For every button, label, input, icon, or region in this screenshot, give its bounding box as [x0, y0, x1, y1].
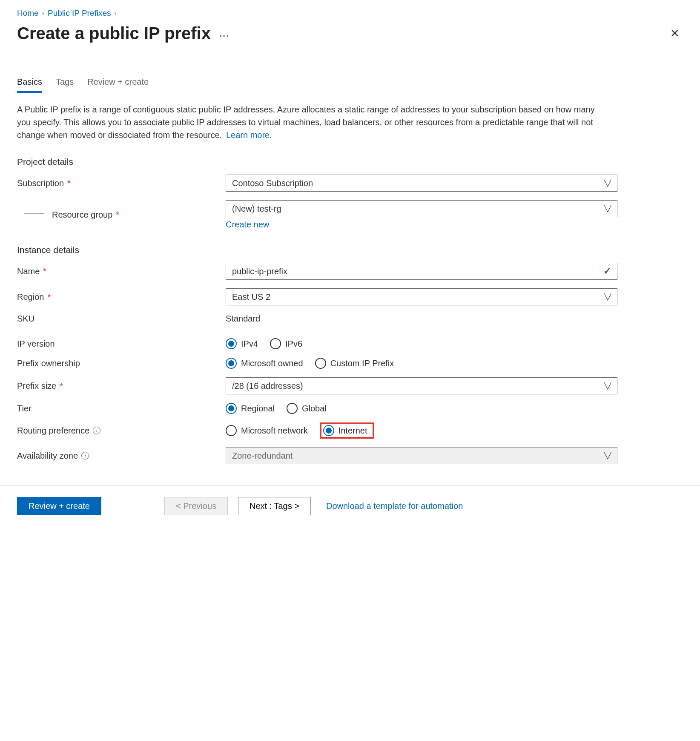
tab-tags[interactable]: Tags — [56, 77, 74, 93]
chevron-down-icon: ╲╱ — [604, 293, 611, 300]
label-routing-preference: Routing preference i — [17, 426, 226, 436]
next-button[interactable]: Next : Tags > — [238, 497, 311, 515]
name-input[interactable]: public-ip-prefix ✓ — [226, 263, 617, 280]
tabs: Basics Tags Review + create — [17, 77, 683, 93]
info-icon[interactable]: i — [93, 427, 100, 434]
radio-microsoft-network-label: Microsoft network — [241, 426, 308, 436]
radio-custom-ip-prefix-label: Custom IP Prefix — [330, 359, 394, 368]
region-value: East US 2 — [232, 292, 270, 302]
radio-microsoft-owned[interactable]: Microsoft owned — [226, 358, 303, 369]
label-availability-zone: Availability zone i — [17, 451, 226, 461]
tab-review-create[interactable]: Review + create — [87, 77, 149, 93]
previous-button[interactable]: < Previous — [164, 497, 228, 515]
radio-microsoft-network[interactable]: Microsoft network — [226, 425, 308, 436]
label-name: Name* — [17, 267, 226, 276]
tab-basics[interactable]: Basics — [17, 77, 42, 93]
label-subscription: Subscription* — [17, 178, 226, 188]
chevron-right-icon: › — [115, 9, 117, 17]
radio-internet[interactable]: Internet — [323, 425, 367, 436]
sku-value: Standard — [226, 314, 260, 323]
section-instance-details: Instance details — [17, 245, 683, 255]
more-actions-icon[interactable]: ··· — [219, 31, 230, 42]
highlight-internet-option: Internet — [320, 422, 374, 439]
label-sku: SKU — [17, 314, 226, 324]
breadcrumb: Home › Public IP Prefixes › — [17, 9, 683, 18]
radio-ipv4[interactable]: IPv4 — [226, 338, 258, 349]
chevron-down-icon: ╲╱ — [604, 382, 611, 389]
radio-internet-label: Internet — [339, 426, 367, 436]
radio-microsoft-owned-label: Microsoft owned — [241, 359, 303, 368]
radio-custom-ip-prefix[interactable]: Custom IP Prefix — [315, 358, 394, 369]
region-select[interactable]: East US 2 ╲╱ — [226, 288, 617, 305]
info-icon[interactable]: i — [81, 452, 89, 460]
close-icon[interactable]: ✕ — [667, 25, 683, 42]
label-prefix-size: Prefix size* — [17, 381, 226, 391]
radio-regional[interactable]: Regional — [226, 403, 275, 414]
radio-ipv4-label: IPv4 — [241, 339, 258, 349]
breadcrumb-home[interactable]: Home — [17, 9, 39, 18]
description-text: A Public IP prefix is a range of contigu… — [17, 103, 605, 141]
radio-regional-label: Regional — [241, 404, 275, 414]
prefix-size-value: /28 (16 addresses) — [232, 381, 303, 391]
create-new-link[interactable]: Create new — [226, 220, 269, 229]
review-create-button[interactable]: Review + create — [17, 497, 101, 515]
label-tier: Tier — [17, 404, 226, 414]
checkmark-icon: ✓ — [603, 266, 611, 277]
label-ip-version: IP version — [17, 339, 226, 349]
chevron-down-icon: ╲╱ — [604, 452, 611, 459]
radio-global[interactable]: Global — [287, 403, 327, 414]
description-body: A Public IP prefix is a range of contigu… — [17, 105, 595, 140]
resource-group-select[interactable]: (New) test-rg ╲╱ — [226, 200, 617, 217]
availability-zone-value: Zone-redundant — [232, 451, 293, 461]
name-value: public-ip-prefix — [232, 267, 287, 276]
learn-more-link[interactable]: Learn more. — [226, 130, 272, 140]
radio-ipv6-label: IPv6 — [285, 339, 302, 349]
availability-zone-select[interactable]: Zone-redundant ╲╱ — [226, 447, 617, 464]
footer: Review + create < Previous Next : Tags >… — [0, 485, 700, 526]
chevron-down-icon: ╲╱ — [604, 180, 611, 187]
subscription-value: Contoso Subscription — [232, 178, 313, 188]
radio-global-label: Global — [302, 404, 327, 414]
label-region: Region* — [17, 292, 226, 302]
chevron-right-icon: › — [42, 9, 44, 17]
resource-group-value: (New) test-rg — [232, 204, 281, 214]
page-title: Create a public IP prefix — [17, 24, 211, 43]
subscription-select[interactable]: Contoso Subscription ╲╱ — [226, 175, 617, 192]
chevron-down-icon: ╲╱ — [604, 205, 611, 212]
label-resource-group: Resource group* — [17, 210, 226, 220]
label-prefix-ownership: Prefix ownership — [17, 359, 226, 368]
section-project-details: Project details — [17, 157, 683, 167]
radio-ipv6[interactable]: IPv6 — [270, 338, 302, 349]
prefix-size-select[interactable]: /28 (16 addresses) ╲╱ — [226, 377, 617, 394]
download-template-link[interactable]: Download a template for automation — [326, 501, 463, 511]
breadcrumb-public-ip-prefixes[interactable]: Public IP Prefixes — [48, 9, 111, 18]
